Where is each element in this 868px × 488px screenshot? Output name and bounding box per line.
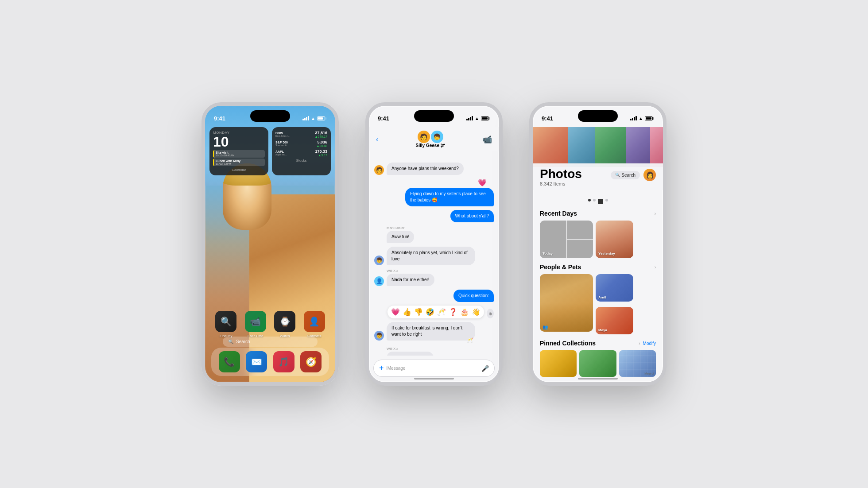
bubble-5: Absolutely no plans yet, which I kind of… (387, 247, 475, 265)
people-pets-grid: 👥 Amit Maya (540, 274, 656, 334)
search-icon: 🔍 (228, 339, 233, 344)
signal-icon-3 (630, 116, 637, 120)
status-icons: ▲ (302, 116, 326, 121)
spotlight-search[interactable]: 🔍 Search (223, 337, 318, 347)
signal-icon (302, 116, 309, 120)
findmy-icon: 🔍 (215, 311, 236, 332)
message-1: 🧑 Anyone have plans this weekend? (374, 163, 494, 175)
calendar-label: Calendar (213, 168, 265, 172)
people-pets-title: People & Pets (540, 263, 581, 271)
photos-avatar-button[interactable]: 👩 (643, 169, 656, 181)
dot-1 (588, 199, 591, 201)
avatar-icon: 👩 (646, 171, 654, 178)
dynamic-island (250, 110, 290, 122)
search-icon-photos: 🔍 (615, 173, 620, 177)
dot-4 (605, 199, 608, 201)
calendar-widget[interactable]: MONDAY 10 Site visit 10:15–10:45AM Lunch… (209, 127, 268, 175)
tapback-question[interactable]: ❓ (449, 308, 457, 316)
amit-card[interactable]: Amit (596, 274, 633, 302)
stock-item-aapl: AAPL Apple Inc... 170.33 ▲3.17 (275, 149, 327, 157)
add-attachment-button[interactable]: + (379, 364, 384, 373)
status-time: 9:41 (214, 115, 225, 122)
pinned-row: Meerut (540, 350, 656, 377)
add-reaction-button[interactable]: ⊕ (487, 309, 494, 318)
group-icon: 👥 (542, 325, 548, 329)
yesterday-card[interactable]: Yesterday (596, 221, 633, 258)
tapback-haha[interactable]: 🤣 (426, 308, 434, 316)
bubble-9: Haha I second that (387, 352, 434, 356)
people-pets-arrow[interactable]: › (655, 265, 656, 270)
bubble-3: What about y'all? (450, 210, 494, 222)
modify-button[interactable]: Modify (643, 341, 656, 346)
maya-card[interactable]: Maya (596, 307, 633, 334)
pinned-card-2[interactable] (579, 350, 616, 377)
app-contacts[interactable]: 👤 Contacts (302, 311, 327, 338)
dock-mail[interactable]: ✉️ (245, 351, 269, 372)
today-card[interactable]: Today (540, 221, 593, 258)
cake-reaction: 🥂 (467, 337, 473, 344)
home-indicator-3 (578, 378, 618, 380)
dot-grid (598, 199, 603, 204)
back-button[interactable]: ‹ (376, 136, 378, 143)
tapback-picker[interactable]: 💗 👍 👎 🤣 🥂 ❓ 🎂 👋 (388, 306, 484, 318)
status-time-2: 9:41 (378, 115, 389, 122)
app-findmy[interactable]: 🔍 Find My (214, 311, 238, 338)
wifi-icon: ▲ (311, 116, 315, 121)
dock-music[interactable]: 🎵 (272, 351, 296, 372)
tapback-cake[interactable]: 🎂 (460, 308, 469, 316)
tapback-heart[interactable]: 💗 (391, 308, 400, 316)
app-grid: 🔍 Find My 📹 FaceTime ⌚ Watch 👤 Contacts (205, 311, 335, 338)
sender-mark: Mark Disler (387, 226, 494, 230)
music-app-icon: 🎵 (273, 351, 294, 372)
maya-name: Maya (598, 328, 607, 332)
heart-reaction: 💗 (374, 178, 494, 187)
message-4: Aww fun! (374, 231, 494, 243)
search-label-photos: Search (621, 173, 636, 178)
today-label: Today (542, 252, 553, 256)
people-card-large[interactable]: 👥 (540, 274, 593, 332)
conversation-header[interactable]: 🧑 👦 Silly Geese 🕊 (416, 131, 445, 148)
photos-count: 8,342 Items (540, 181, 582, 186)
app-facetime[interactable]: 📹 FaceTime (244, 311, 268, 338)
recent-days-header: Recent Days › (540, 210, 656, 217)
pinned-arrow[interactable]: › (639, 341, 640, 346)
avatar-1: 🧑 (374, 165, 384, 175)
avatar-6: 👤 (374, 276, 384, 286)
recent-days-arrow[interactable]: › (655, 211, 656, 216)
message-3: What about y'all? (374, 210, 494, 222)
tapback-row: 💗 👍 👎 🤣 🥂 ❓ 🎂 👋 ⊕ (374, 306, 494, 318)
message-7: Quick question: (374, 290, 494, 302)
photos-header-actions: 🔍 Search 👩 (611, 169, 656, 181)
bubble-4: Aww fun! (387, 231, 414, 243)
stocks-widget[interactable]: DOW Dow Jones I... 37,816 ▲570.17 S&P 50… (272, 127, 331, 175)
avatar-5: 👦 (374, 256, 384, 265)
dock-phone[interactable]: 📞 (217, 351, 241, 372)
watch-icon: ⌚ (274, 311, 295, 332)
stocks-label: Stocks (275, 159, 327, 163)
mail-app-icon: ✉️ (246, 351, 267, 372)
message-8: 👦 If cake for breakfast is wrong, I don'… (374, 322, 494, 341)
tapback-wave[interactable]: 👋 (472, 308, 480, 316)
amit-name: Amit (598, 295, 606, 299)
message-6: 👤 Nada for me either! (374, 274, 494, 286)
tapback-thumbsup[interactable]: 👍 (403, 308, 411, 316)
message-9: Haha I second that (374, 352, 494, 356)
message-input-bar[interactable]: + iMessage 🎤 (373, 360, 495, 377)
mic-button[interactable]: 🎤 (481, 365, 489, 372)
tapback-thumbsdown[interactable]: 👎 (414, 308, 423, 316)
message-text-input[interactable]: iMessage (387, 366, 479, 371)
bubble-8: If cake for breakfast is wrong, I don't … (387, 322, 475, 341)
people-pets-header: People & Pets › (540, 263, 656, 271)
avatar-8: 👦 (374, 331, 384, 341)
pinned-card-1[interactable] (540, 350, 577, 377)
stock-item-dow: DOW Dow Jones I... 37,816 ▲570.17 (275, 131, 327, 138)
dock-compass[interactable]: 🧭 (299, 351, 323, 372)
bubble-6: Nada for me either! (387, 274, 434, 286)
video-call-button[interactable]: 📹 (482, 135, 492, 144)
pinned-card-3[interactable]: Meerut (619, 350, 656, 377)
iphone-photos-screen: 9:41 ▲ (529, 102, 666, 386)
photos-search-button[interactable]: 🔍 Search (611, 171, 640, 179)
app-watch[interactable]: ⌚ Watch (273, 311, 297, 338)
messages-header: ‹ 🧑 👦 Silly Geese 🕊 📹 (369, 127, 499, 151)
tapback-celebrate[interactable]: 🥂 (437, 308, 446, 316)
